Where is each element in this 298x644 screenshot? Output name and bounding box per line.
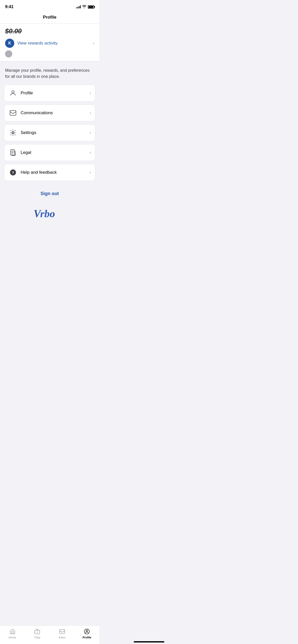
signal-icon	[76, 5, 81, 8]
communications-chevron-icon: ›	[90, 111, 91, 115]
page-title: Profile	[43, 15, 57, 20]
menu-item-help[interactable]: ? Help and feedback ›	[4, 164, 95, 181]
gear-icon	[8, 129, 18, 136]
menu-item-legal[interactable]: Legal ›	[4, 144, 95, 161]
vrbo-logo-section: Vrbo Vrbo	[0, 201, 99, 228]
balance-amount: $0.00	[5, 27, 94, 35]
status-time: 9:41	[5, 4, 13, 9]
rewards-section: $0.00 K View rewards activity ›	[0, 24, 99, 61]
svg-point-0	[12, 91, 14, 93]
legal-chevron-icon: ›	[90, 150, 91, 155]
menu-label-communications: Communications	[21, 110, 90, 115]
status-icons	[76, 5, 94, 9]
status-bar: 9:41	[0, 0, 99, 12]
rewards-chevron-icon: ›	[93, 41, 94, 46]
battery-icon	[88, 5, 94, 9]
menu-label-profile: Profile	[21, 91, 90, 96]
envelope-icon	[8, 109, 18, 116]
svg-text:?: ?	[12, 170, 14, 175]
scroll-dot	[5, 50, 12, 57]
menu-label-help: Help and feedback	[21, 170, 90, 175]
svg-point-2	[12, 132, 14, 134]
svg-text:Vrbo: Vrbo	[34, 208, 55, 219]
profile-chevron-icon: ›	[90, 91, 91, 95]
document-icon	[8, 149, 18, 156]
menu-label-legal: Legal	[21, 150, 90, 155]
question-icon: ?	[8, 169, 18, 176]
sign-out-section: Sign out	[0, 181, 99, 201]
menu-item-communications[interactable]: Communications ›	[4, 105, 95, 121]
person-icon	[8, 90, 18, 97]
description-text: Manage your profile, rewards, and prefer…	[5, 67, 94, 80]
settings-chevron-icon: ›	[90, 130, 91, 135]
rewards-avatar: K	[5, 39, 14, 48]
sign-out-button[interactable]: Sign out	[40, 191, 59, 196]
help-chevron-icon: ›	[90, 170, 91, 175]
main-content: Manage your profile, rewards, and prefer…	[0, 61, 99, 228]
menu-item-profile[interactable]: Profile ›	[4, 85, 95, 101]
view-rewards-link[interactable]: View rewards activity	[17, 41, 58, 46]
nav-header: Profile	[0, 12, 99, 24]
scroll-indicator	[5, 49, 94, 58]
description-section: Manage your profile, rewards, and prefer…	[0, 61, 99, 85]
menu-label-settings: Settings	[21, 130, 90, 135]
menu-section: Profile › Communications ›	[0, 85, 99, 181]
vrbo-logo: Vrbo Vrbo	[32, 206, 67, 221]
rewards-left: K View rewards activity	[5, 39, 58, 48]
svg-rect-1	[10, 111, 16, 115]
rewards-row[interactable]: K View rewards activity ›	[5, 39, 94, 49]
menu-item-settings[interactable]: Settings ›	[4, 124, 95, 141]
wifi-icon	[82, 5, 86, 9]
